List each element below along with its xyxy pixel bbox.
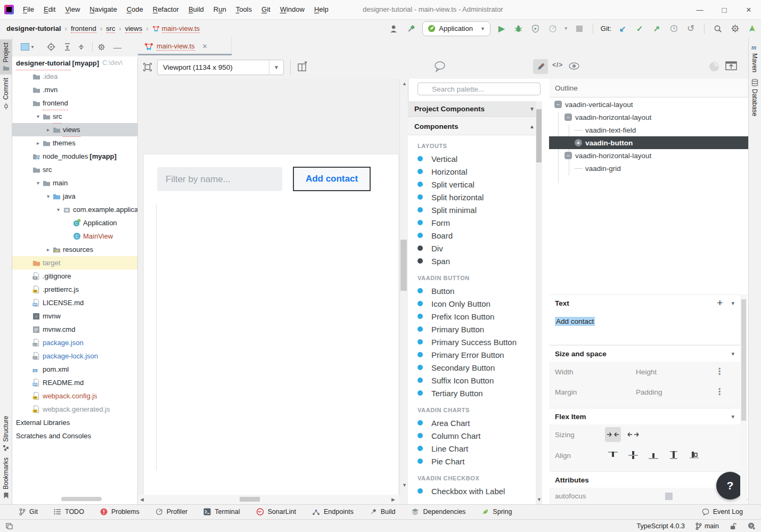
tree-item-views[interactable]: ▸views	[12, 123, 137, 136]
field-padding[interactable]: Padding	[636, 388, 716, 396]
palette-item-vertical[interactable]: Vertical	[408, 152, 536, 165]
tree-item-mainview[interactable]: CMainView	[12, 230, 137, 243]
git-push-icon[interactable]: ↗	[651, 23, 662, 35]
breadcrumb-designer-tutorial[interactable]: designer-tutorial	[6, 24, 61, 32]
tree-item-pom-xml[interactable]: mpom.xml	[12, 363, 137, 376]
git-branch-widget[interactable]: main	[695, 522, 719, 530]
palette-item-line-chart[interactable]: Line Chart	[408, 442, 536, 455]
add-text-icon[interactable]: +	[717, 297, 723, 309]
palette-item-primary-button[interactable]: Primary Button	[408, 323, 536, 335]
tree-item-frontend[interactable]: frontend	[12, 96, 137, 110]
strip-button-project[interactable]: Project	[0, 39, 12, 75]
tree-item-mvn[interactable]: .mvn	[12, 83, 137, 96]
outline-item-vaadin-button[interactable]: +vaadin-button	[549, 136, 748, 149]
design-surface-card[interactable]	[144, 154, 398, 495]
collapse-all-icon[interactable]	[77, 43, 85, 51]
tool-button-event-log[interactable]: Event Log	[702, 508, 743, 515]
coverage-button[interactable]	[530, 23, 542, 35]
tree-item-scratches-and-consoles[interactable]: Scratches and Consoles	[12, 429, 137, 443]
run-configuration-select[interactable]: Application ▼	[422, 21, 490, 36]
palette-search-input[interactable]	[418, 83, 541, 95]
chevron-down-icon[interactable]: ▾	[45, 190, 52, 203]
tree-item-idea[interactable]: .idea	[12, 70, 137, 83]
breadcrumb-frontend[interactable]: frontend	[71, 24, 96, 33]
tool-button-dependencies[interactable]: Dependencies	[411, 508, 465, 515]
palette-item-icon-only-button[interactable]: Icon Only Button	[408, 297, 536, 310]
tree-item-src[interactable]: src	[12, 163, 137, 176]
tree-item-prettierrc-js[interactable]: JS.prettierrc.js	[12, 283, 137, 296]
chevron-down-icon[interactable]: ▾	[35, 110, 42, 123]
project-view-select[interactable]: ▼	[21, 43, 35, 51]
chevron-down-icon[interactable]: ▾	[731, 350, 734, 357]
palette-item-horizontal[interactable]: Horizontal	[408, 165, 536, 178]
search-everywhere-icon[interactable]	[712, 23, 724, 35]
collapse-icon[interactable]: −	[554, 101, 562, 108]
tab-close-icon[interactable]: ✕	[202, 43, 208, 50]
menu-edit[interactable]: Edit	[39, 0, 60, 19]
menu-run[interactable]: Run	[209, 0, 231, 19]
expand-all-icon[interactable]	[63, 43, 71, 51]
lock-widget[interactable]	[730, 522, 737, 530]
profiler-dropdown-icon[interactable]: ▼	[564, 26, 568, 31]
palette-item-split-vertical[interactable]: Split vertical	[408, 178, 536, 191]
field-height[interactable]: Height	[636, 368, 716, 376]
strip-button-structure[interactable]: Structure	[0, 413, 12, 454]
size-section-header[interactable]: Size and space ▾	[549, 345, 748, 362]
palette-item-suffix-icon-button[interactable]: Suffix Icon Button	[408, 374, 536, 387]
tool-button-sonarlint[interactable]: SonarLint	[256, 508, 297, 515]
section-project-components[interactable]: Project Components ▼	[408, 101, 542, 117]
tree-item-webpack-generated-js[interactable]: JSwebpack.generated.js	[12, 403, 137, 416]
tree-item-external-libraries[interactable]: External Libraries	[12, 416, 137, 429]
settings-gear-icon[interactable]	[729, 23, 741, 35]
palette-item-pie-chart[interactable]: Pie Chart	[408, 455, 536, 468]
tree-item-main[interactable]: ▾main	[12, 176, 137, 190]
debug-button[interactable]	[513, 23, 525, 35]
help-settings-widget[interactable]: ?	[747, 522, 756, 530]
menu-navigate[interactable]: Navigate	[85, 0, 121, 19]
run-button[interactable]: ▶	[496, 23, 508, 35]
stop-button[interactable]	[574, 23, 585, 35]
outline-item-vaadin-vertical-layout[interactable]: −vaadin-vertical-layout	[549, 98, 748, 111]
palette-item-checkbox-with-label[interactable]: Checkbox with Label	[408, 485, 536, 497]
tool-button-git[interactable]: Git	[19, 508, 38, 515]
field-width[interactable]: Width	[555, 368, 636, 376]
sizing-shrink-button[interactable]	[605, 427, 621, 442]
tree-item-readme-md[interactable]: MDREADME.md	[12, 376, 137, 389]
chevron-down-icon[interactable]: ▾	[35, 176, 42, 190]
tree-item-license-md[interactable]: MDLICENSE.md	[12, 296, 137, 309]
palette-item-button[interactable]: Button	[408, 284, 536, 297]
build-hammer-icon[interactable]	[405, 23, 417, 35]
text-property-value[interactable]: Add contact	[555, 317, 595, 326]
tree-item-themes[interactable]: ▸themes	[12, 136, 137, 150]
palette-item-column-chart[interactable]: Column Chart	[408, 429, 536, 442]
palette-scroll-down-icon[interactable]: ▼	[537, 497, 542, 502]
align-baseline-button[interactable]	[686, 448, 702, 463]
tool-button-todo[interactable]: TODO	[54, 508, 84, 515]
scroll-up-icon[interactable]: ▲	[402, 81, 407, 86]
scroll-left-icon[interactable]: ◀	[140, 497, 144, 502]
git-update-icon[interactable]: ↙	[617, 23, 628, 35]
section-components[interactable]: Components ▲	[408, 118, 542, 135]
tab-main-view[interactable]: main-view.ts ✕	[138, 37, 232, 55]
strip-button-maven[interactable]: mMaven	[749, 40, 760, 76]
menu-help[interactable]: Help	[309, 0, 333, 19]
palette-scroll-thumb[interactable]	[536, 109, 542, 162]
outline-item-vaadin-horizontal-layout[interactable]: −vaadin-horizontal-layout	[549, 111, 748, 124]
tree-item-webpack-config-js[interactable]: JSwebpack.config.js	[12, 389, 137, 403]
collapse-icon[interactable]: −	[564, 113, 572, 121]
menu-window[interactable]: Window	[275, 0, 309, 19]
canvas-horizontal-scrollbar[interactable]: ◀ ▶	[138, 495, 399, 504]
scroll-down-icon[interactable]: ▼	[402, 482, 407, 488]
chevron-down-icon[interactable]: ▾	[731, 413, 734, 420]
canvas-vscroll-thumb[interactable]	[400, 240, 407, 291]
tool-button-build[interactable]: Build	[370, 508, 396, 515]
tree-item-package-lock-json[interactable]: {..}package-lock.json	[12, 349, 137, 363]
sizing-grow-button[interactable]	[625, 427, 641, 442]
open-in-browser-icon[interactable]	[724, 60, 738, 72]
chevron-right-icon[interactable]: ▸	[45, 123, 52, 136]
tree-item-mvnw-cmd[interactable]: mvnw.cmd	[12, 323, 137, 336]
tool-button-profiler[interactable]: Profiler	[156, 508, 188, 515]
scroll-right-icon[interactable]: ▶	[391, 497, 395, 502]
minimize-button[interactable]: —	[688, 0, 712, 19]
close-button[interactable]: ✕	[737, 0, 761, 19]
